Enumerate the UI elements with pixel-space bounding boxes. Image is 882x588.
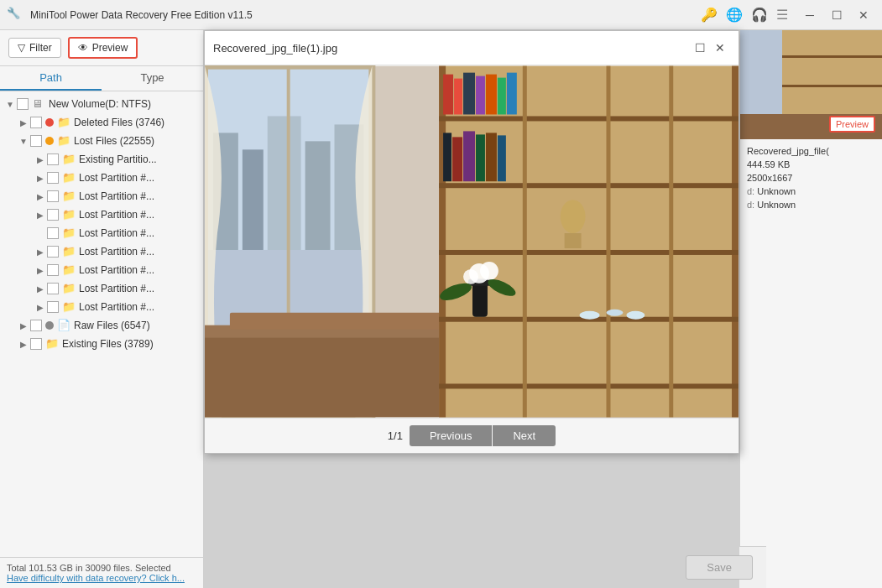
tree-item-existing[interactable]: ▶ 📁 Existing Files (3789) [0,335,203,353]
svg-rect-22 [606,66,610,418]
arrow: ▶ [34,155,47,164]
svg-rect-32 [452,137,462,181]
titlebar-icons: 🔑 🌐 🎧 ☰ [701,7,788,23]
dialog-footer: 1/1 Previous Next [205,418,738,453]
info-thumbnail: Preview [740,30,882,139]
raw-icon: 📄 [57,319,70,332]
svg-rect-20 [439,383,738,388]
list-item[interactable]: ▶ 📁 Lost Partition #... [0,206,203,224]
sidebar-footer: Total 101.53 GB in 30090 files. Selected… [0,557,203,588]
info-preview-badge[interactable]: Preview [829,116,875,133]
svg-rect-23 [669,66,673,418]
item-label: Lost Partition #... [79,264,154,276]
lost-label: Lost Files (22555) [74,135,154,147]
close-button[interactable]: ✕ [852,5,875,25]
svg-rect-4 [243,149,264,250]
svg-rect-36 [498,135,506,181]
tree-item-deleted[interactable]: ▶ 📁 Deleted Files (3746) [0,113,203,132]
list-item[interactable]: ▶ 📁 Lost Partition #... [0,298,203,316]
svg-rect-53 [782,85,882,87]
app-body: ▽ Filter 👁 Preview Path Type ▼ 🖥 New Vol [0,30,882,588]
tree-root[interactable]: ▼ 🖥 New Volume(D: NTFS) [0,95,203,113]
svg-rect-26 [463,73,475,115]
checkbox[interactable] [30,135,42,147]
svg-rect-24 [443,75,453,115]
svg-rect-5 [268,116,301,249]
tree-item-lost[interactable]: ▼ 📁 Lost Files (22555) [0,132,203,150]
checkbox[interactable] [47,190,59,202]
checkbox[interactable] [47,154,59,165]
tree-item-existing-partition[interactable]: ▶ 📁 Existing Partitio... [0,150,203,169]
filter-label: Filter [29,42,52,54]
checkbox[interactable] [47,172,59,184]
folder-icon: 📁 [62,171,76,185]
arrow: ▶ [34,247,47,257]
arrow: ▶ [34,174,47,183]
dialog-maximize-button[interactable]: ☐ [690,38,710,58]
list-item[interactable]: ▶ 📁 Lost Partition #... [0,169,203,187]
checkbox[interactable] [47,209,59,221]
save-button[interactable]: Save [686,555,753,580]
previous-button[interactable]: Previous [410,425,493,446]
window-controls: ─ ☐ ✕ [798,5,875,25]
sidebar-toolbar: ▽ Filter 👁 Preview [0,30,203,66]
svg-rect-29 [498,78,506,115]
menu-icon: ☰ [776,7,788,23]
root-checkbox[interactable] [17,98,29,110]
svg-point-46 [480,262,498,280]
preview-label: Preview [92,42,128,54]
tabs: Path Type [0,66,203,91]
svg-rect-21 [523,66,527,418]
folder-icon: 📁 [57,134,70,148]
list-item[interactable]: ▶ 📁 Lost Partition #... [0,261,203,279]
item-label: Lost Partition #... [79,209,154,221]
next-button[interactable]: Next [493,425,556,446]
dialog-close-button[interactable]: ✕ [710,38,730,58]
help-link[interactable]: Have difficulty with data recovery? Clic… [7,573,196,583]
filename-value: Recovered_jpg_file( [747,146,829,156]
item-label: Lost Partition #... [79,190,154,202]
right-panel: Recovered_jpg_file(1).jpg ☐ ✕ [204,30,882,588]
arrow: ▶ [34,303,47,312]
filter-button[interactable]: ▽ Filter [8,38,61,58]
tab-type[interactable]: Type [102,66,203,91]
tree-item-raw[interactable]: ▶ 📄 Raw Files (6547) [0,316,203,335]
arrow: ▶ [17,340,30,349]
sidebar: ▽ Filter 👁 Preview Path Type ▼ 🖥 New Vol [0,30,204,588]
dialog-titlebar: Recovered_jpg_file(1).jpg ☐ ✕ [205,31,738,65]
badge-gray [45,321,54,330]
info-details: Recovered_jpg_file( 444.59 KB 2500x1667 … [740,139,882,220]
minimize-button[interactable]: ─ [798,5,822,25]
list-item[interactable]: 📁 Lost Partition #... [0,224,203,242]
arrow: ▶ [34,192,47,201]
raw-label: Raw Files (6547) [74,320,150,331]
list-item[interactable]: ▶ 📁 Lost Partition #... [0,187,203,206]
item-label: Existing Partitio... [79,154,157,165]
filesize-row: 444.59 KB [747,159,875,169]
checkbox[interactable] [30,320,42,331]
page-indicator: 1/1 [388,429,403,442]
list-item[interactable]: ▶ 📁 Lost Partition #... [0,279,203,298]
checkbox[interactable] [30,117,42,128]
checkbox[interactable] [47,264,59,276]
field1-row: d: Unknown [747,186,875,196]
item-label: Lost Partition #... [79,227,154,239]
checkbox[interactable] [47,246,59,258]
svg-rect-18 [439,250,738,255]
item-label: Lost Partition #... [79,283,154,294]
preview-button[interactable]: 👁 Preview [68,37,138,59]
checkbox[interactable] [47,301,59,313]
list-item[interactable]: ▶ 📁 Lost Partition #... [0,242,203,261]
maximize-button[interactable]: ☐ [825,5,848,25]
folder-icon: 📁 [62,282,76,295]
svg-rect-31 [443,133,451,181]
tab-path[interactable]: Path [0,66,102,91]
key-icon: 🔑 [701,7,718,23]
checkbox[interactable] [47,283,59,294]
checkbox[interactable] [47,227,59,239]
field1-value: Unknown [757,186,796,196]
folder-icon: 📁 [57,116,70,129]
field2-row: d: Unknown [747,200,875,210]
checkbox[interactable] [30,338,42,350]
folder-icon: 📁 [62,190,76,203]
